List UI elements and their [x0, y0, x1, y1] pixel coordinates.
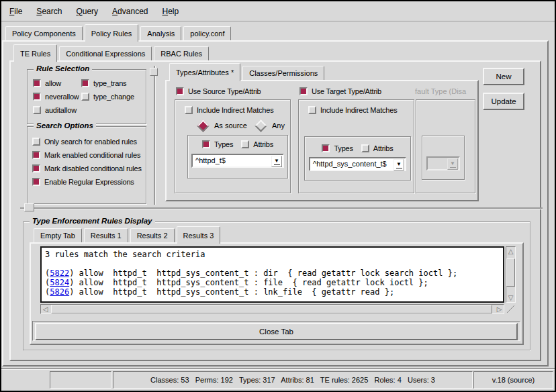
scroll-down-icon[interactable]: ▽ [506, 293, 515, 302]
tab-policy-components[interactable]: Policy Components [5, 26, 83, 40]
scroll-right-icon[interactable]: ▷ [495, 305, 504, 313]
source-attribs-checkbox[interactable]: Attribs [241, 139, 273, 150]
search-options-items: Only search for enabled rulesMark enable… [28, 127, 146, 189]
rule-selection-col2: type_transtype_change [81, 77, 134, 117]
scroll-up-icon[interactable]: △ [506, 247, 515, 256]
checkbox-auditallow[interactable]: auditallow [33, 103, 81, 117]
target-type-combobox-value[interactable]: ^httpd_sys_content_t$ [309, 157, 406, 171]
checkbox-indicator [32, 164, 40, 173]
checkbox-indicator [33, 79, 41, 87]
checkbox-type-trans[interactable]: type_trans [81, 77, 134, 90]
target-combo-dropdown-icon[interactable]: ▼ [393, 159, 404, 170]
subtab-conditional-expressions[interactable]: Conditional Expressions [59, 46, 152, 60]
target-types-label: Types [334, 144, 353, 152]
results-summary: 3 rules match the search criteria [45, 250, 500, 259]
te-display-title: Type Enforcement Rules Display [30, 217, 155, 225]
checkbox-indicator [32, 178, 40, 186]
checkbox-indicator [33, 106, 41, 114]
use-source-checkbox[interactable]: Use Source Type/Attrib [176, 86, 261, 97]
checkbox-neverallow[interactable]: neverallow [33, 90, 81, 103]
status-stats: Classes: 53 Perms: 192 Types: 317 Attrib… [113, 371, 473, 389]
checkbox-label: neverallow [45, 93, 79, 101]
target-attribs-checkbox[interactable]: Attribs [361, 143, 393, 154]
checkbox-enable-regular-expressions[interactable]: Enable Regular Expressions [32, 175, 146, 189]
radio-any-indicator [254, 119, 267, 132]
source-attribs-label: Attribs [253, 140, 273, 148]
tab-policy-conf[interactable]: policy.conf [183, 26, 231, 40]
checkbox-mark-enabled-conditional-rules[interactable]: Mark enabled conditional rules [32, 148, 146, 162]
scroll-left-icon[interactable]: ◁ [41, 305, 50, 313]
menu-file[interactable]: File [4, 5, 28, 17]
checkbox-label: Enable Regular Expressions [44, 178, 134, 186]
target-indirect-checkbox[interactable]: Include Indirect Matches [308, 105, 397, 115]
hscroll-trough[interactable] [50, 305, 495, 313]
menu-query[interactable]: Query [71, 5, 103, 17]
hscroll-thumb[interactable] [51, 305, 492, 313]
vertical-sash-handle[interactable] [150, 68, 158, 76]
radio-as-source-label: As source [214, 121, 247, 130]
ta-tab-classes-permissions[interactable]: Classes/Permissions [242, 66, 324, 80]
checkbox-mark-disabled-conditional-rules[interactable]: Mark disabled conditional rules [32, 162, 146, 175]
results-tab-results-2[interactable]: Results 2 [130, 228, 175, 242]
rule-link-5822[interactable]: 5822 [50, 268, 69, 278]
vscroll-trough[interactable] [506, 256, 515, 293]
menu-search[interactable]: Search [31, 5, 67, 17]
source-combo-dropdown-icon[interactable]: ▼ [271, 156, 282, 167]
new-button[interactable]: New [483, 68, 524, 85]
results-tab-results-1[interactable]: Results 1 [84, 228, 128, 242]
checkbox-allow[interactable]: allow [33, 77, 81, 90]
source-types-checkbox[interactable]: Types [202, 139, 233, 150]
use-target-checkbox[interactable]: Use Target Type/Attrib [299, 86, 381, 97]
vscroll-thumb[interactable] [506, 258, 515, 287]
target-type-combobox[interactable]: ^httpd_sys_content_t$ ▼ [309, 157, 406, 171]
target-types-checkbox[interactable]: Types [322, 143, 353, 154]
source-frame: Include Indirect Matches As source Any T… [175, 99, 291, 193]
source-types-label: Types [214, 140, 233, 148]
subtab-rbac-rules[interactable]: RBAC Rules [154, 46, 209, 60]
menu-help[interactable]: Help [156, 5, 184, 17]
radio-as-source[interactable]: As source [197, 120, 247, 131]
sub-tabs: TE RulesConditional ExpressionsRBAC Rule… [13, 44, 211, 62]
ta-tab-types-attributes[interactable]: Types/Attributes * [169, 63, 240, 81]
results-hscrollbar[interactable]: ◁ ▷ [40, 304, 504, 314]
source-indirect-label: Include Indirect Matches [197, 106, 273, 114]
default-combo-dropdown-icon: ▼ [447, 158, 458, 170]
source-indirect-checkbox[interactable]: Include Indirect Matches [185, 105, 273, 115]
main-tabs: Policy ComponentsPolicy RulesAnalysispol… [5, 24, 233, 42]
source-type-combobox-value[interactable]: ^httpd_t$ [191, 154, 284, 168]
source-type-combobox[interactable]: ^httpd_t$ ▼ [191, 154, 284, 168]
results-tab-empty-tab[interactable]: Empty Tab [34, 228, 82, 242]
checkbox-label: allow [45, 79, 61, 87]
target-indirect-label: Include Indirect Matches [320, 106, 397, 114]
subtab-te-rules[interactable]: TE Rules [13, 44, 57, 62]
rule-link-5826[interactable]: 5826 [50, 287, 69, 297]
rule-selection-title: Rule Selection [34, 64, 92, 72]
checkbox-indicator [32, 138, 40, 146]
results-rules: (5822) allow httpd_t httpd_sys_content_t… [45, 268, 500, 297]
checkbox-type-change[interactable]: type_change [81, 90, 134, 103]
checkbox-indicator [32, 151, 40, 159]
results-textarea[interactable]: 3 rules match the search criteria (5822)… [40, 246, 504, 303]
results-tabs: Empty TabResults 1Results 2Results 3 [34, 226, 222, 244]
rule-line: (5826) allow httpd_t httpd_sys_content_t… [45, 287, 500, 297]
menu-advanced[interactable]: Advanced [107, 5, 153, 17]
search-options-title: Search Options [34, 121, 96, 130]
checkbox-only-search-for-enabled-rules[interactable]: Only search for enabled rules [32, 135, 146, 148]
rule-selection-groupbox: Rule Selection allowneverallowauditallow… [27, 69, 146, 124]
results-tab-results-3[interactable]: Results 3 [177, 226, 221, 244]
results-vscrollbar[interactable]: △ ▽ [506, 246, 516, 303]
checkbox-indicator [81, 79, 89, 87]
rule-selection-col1: allowneverallowauditallow [33, 77, 81, 117]
update-button[interactable]: Update [483, 93, 524, 110]
tab-analysis[interactable]: Analysis [140, 26, 181, 40]
radio-any[interactable]: Any [255, 120, 285, 131]
target-types-checkbox-indicator [322, 144, 330, 152]
close-tab-button[interactable]: Close Tab [35, 323, 518, 340]
menubar: FileSearchQueryAdvancedHelp [1, 1, 555, 21]
default-type-combobox: ▼ [426, 156, 460, 170]
horizontal-sash-handle[interactable] [24, 203, 34, 211]
rule-link-5824[interactable]: 5824 [50, 278, 69, 287]
target-attribs-checkbox-indicator [361, 144, 369, 152]
tab-policy-rules[interactable]: Policy Rules [85, 24, 139, 42]
use-target-checkbox-indicator [299, 87, 308, 95]
